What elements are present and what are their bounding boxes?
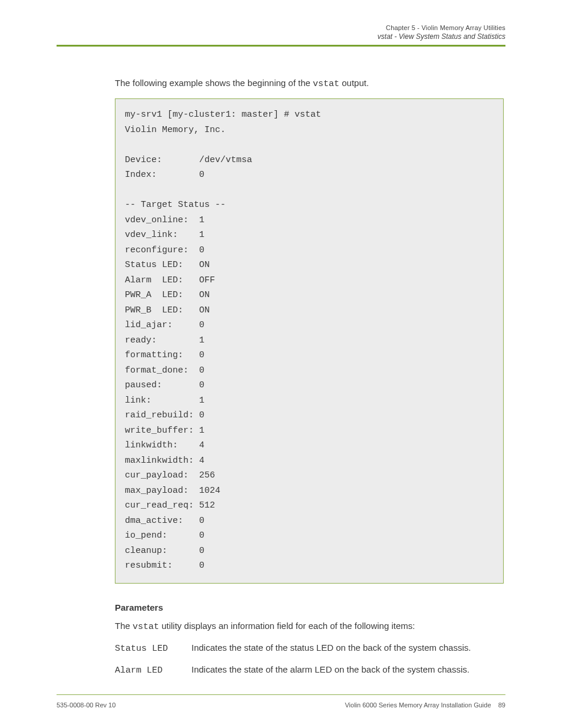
parameters-heading: Parameters: [115, 601, 504, 614]
top-rule: [57, 45, 505, 47]
footer-doc-title: Violin 6000 Series Memory Array Installa…: [345, 701, 491, 709]
parameters-intro-suffix: utility displays an information field fo…: [159, 621, 415, 631]
param-desc-1: Indicates the state of the alarm LED on …: [191, 664, 470, 674]
intro-paragraph: The following example shows the beginnin…: [115, 77, 504, 90]
parameters-intro-cmd: vstat: [133, 622, 159, 632]
footer-page-number: 89: [498, 701, 505, 709]
param-desc-0: Indicates the state of the status LED on…: [191, 643, 471, 653]
content-body: The following example shows the beginnin…: [115, 77, 504, 685]
bottom-rule: [57, 694, 505, 695]
intro-cmd: vstat: [313, 79, 339, 89]
intro-prefix: The following example shows the beginnin…: [115, 78, 313, 88]
parameters-intro-prefix: The: [115, 621, 133, 631]
code-output-block: my-srv1 [my-cluster1: master] # vstat Vi…: [115, 98, 504, 584]
intro-suffix: output.: [339, 78, 369, 88]
footer-left: 535-0008-00 Rev 10: [57, 701, 115, 709]
param-label-1: Alarm LED: [115, 664, 191, 677]
section-title: vstat - View System Status and Statistic…: [378, 32, 505, 41]
param-label-0: Status LED: [115, 643, 191, 655]
param-row-0: Status LEDIndicates the state of the sta…: [115, 641, 504, 655]
parameters-intro: The vstat utility displays an informatio…: [115, 620, 504, 633]
footer-right: Violin 6000 Series Memory Array Installa…: [345, 701, 505, 709]
param-row-1: Alarm LEDIndicates the state of the alar…: [115, 663, 504, 677]
chapter-label: Chapter 5 - Violin Memory Array Utilitie…: [386, 24, 505, 31]
